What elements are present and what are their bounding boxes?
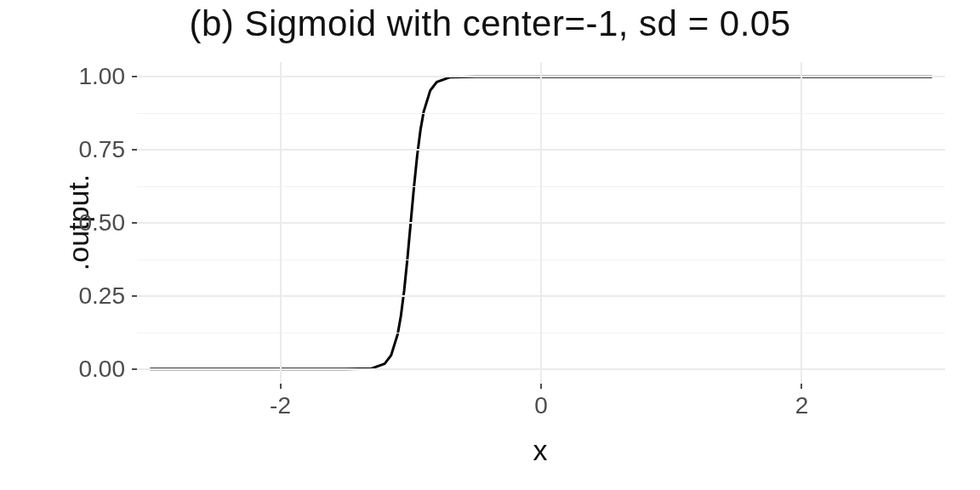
gridline-v-minor xyxy=(671,62,672,63)
y-tick-label: 0.25 xyxy=(79,282,138,310)
chart-container: (b) Sigmoid with center=-1, sd = 0.05 .o… xyxy=(0,0,980,490)
gridline-v xyxy=(801,62,802,384)
gridline-v-minor xyxy=(932,62,933,63)
x-tick-label: -2 xyxy=(270,384,291,419)
y-tick-label: 0.50 xyxy=(79,209,138,236)
x-tick-label: 2 xyxy=(795,384,809,419)
y-tick-label: 1.00 xyxy=(79,63,138,90)
x-tick-label: 0 xyxy=(534,384,548,419)
gridline-v-minor xyxy=(150,62,151,63)
gridline-v-minor xyxy=(411,62,412,63)
x-axis-label: x xyxy=(136,434,944,467)
y-tick-label: 0.75 xyxy=(79,136,138,163)
chart-title: (b) Sigmoid with center=-1, sd = 0.05 xyxy=(0,3,980,44)
y-tick-label: 0.00 xyxy=(79,356,138,383)
gridline-v xyxy=(540,62,542,384)
plot-area: 0.000.250.500.751.00-202 xyxy=(136,61,946,385)
gridline-v xyxy=(280,62,282,384)
